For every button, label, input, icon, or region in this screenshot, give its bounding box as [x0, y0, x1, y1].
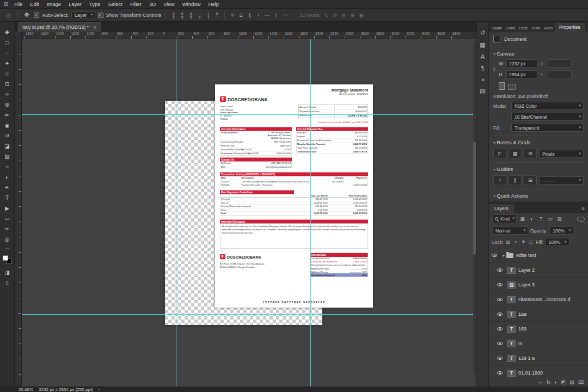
toolbar-bottom-icon[interactable]: ◨	[2, 267, 13, 278]
group-expand-chevron[interactable]: ▾	[503, 253, 505, 258]
eye-icon[interactable]	[497, 342, 503, 345]
y-field[interactable]	[548, 70, 572, 78]
layer-thumbnail[interactable]: T	[507, 370, 516, 377]
layer-thumbnail[interactable]: T	[507, 326, 516, 333]
menu-item[interactable]: Layer	[65, 1, 85, 7]
layer-thumbnail[interactable]: T	[507, 311, 516, 318]
threed-mode-icon[interactable]: ⊕	[350, 13, 356, 18]
eye-icon[interactable]	[497, 298, 503, 301]
lock-icon[interactable]: ✛	[520, 240, 526, 244]
lock-icon[interactable]: ⌖	[513, 240, 518, 245]
layer-thumbnail[interactable]: ▨	[507, 281, 516, 289]
layers-footer-icon[interactable]: ◐	[554, 379, 557, 385]
layer-row[interactable]: T 169	[489, 322, 588, 336]
units-dropdown[interactable]: Pixels	[539, 150, 584, 158]
home-icon[interactable]: ⌂	[4, 12, 13, 19]
layer-thumbnail[interactable]: T	[507, 267, 516, 274]
rail-panel-icon[interactable]: ◑	[481, 76, 485, 83]
tool-button[interactable]: ⊕	[2, 100, 13, 110]
foreground-background-swatches[interactable]	[3, 255, 11, 264]
edit-toolbar-icon[interactable]: ⋯	[5, 246, 10, 251]
link-dimensions-icon[interactable]: ∞	[492, 68, 497, 71]
distribute-icon[interactable]: ⋯	[264, 13, 270, 18]
eye-icon[interactable]	[497, 268, 503, 272]
rail-panel-icon[interactable]: ▤	[480, 88, 485, 95]
align-icon[interactable]: ╣	[188, 13, 194, 18]
layer-thumbnail[interactable]: T	[507, 296, 516, 303]
layer-filter-icon[interactable]: ▭	[547, 216, 554, 222]
menu-item[interactable]: Image	[44, 1, 64, 7]
tool-button[interactable]: ✥	[2, 27, 13, 38]
menu-item[interactable]: Select	[105, 1, 125, 7]
portrait-orientation-icon[interactable]	[499, 82, 505, 90]
tool-button[interactable]: ◐	[2, 172, 13, 182]
eye-icon[interactable]	[497, 313, 503, 316]
tool-button[interactable]: ◌	[2, 48, 13, 58]
panel-tab[interactable]: Patte	[517, 24, 529, 32]
menu-item[interactable]: Edit	[27, 1, 42, 7]
guide-style-dropdown[interactable]: ———	[539, 176, 584, 185]
layers-footer-icon[interactable]: ⇔	[538, 379, 543, 385]
align-icon[interactable]: ╪	[205, 13, 211, 18]
layer-row[interactable]: ▨ Layer 3	[489, 278, 588, 292]
tool-button[interactable]: ◪	[2, 141, 13, 151]
vertical-ruler[interactable]	[15, 39, 22, 387]
zoom-level[interactable]: 20.66%	[19, 387, 33, 392]
layer-thumbnail[interactable]: T	[507, 340, 516, 347]
ruler-grid-button[interactable]: ▦	[509, 149, 522, 158]
threed-mode-icon[interactable]: ⟳	[332, 13, 338, 18]
guide-horizontal[interactable]	[22, 114, 476, 115]
auto-select-target-dropdown[interactable]: Layer	[71, 11, 95, 19]
document-tab[interactable]: Italy id.psd @ 20.7% (RGB/16) * ×	[18, 22, 101, 32]
menu-item[interactable]: View	[160, 1, 177, 7]
layer-filter-dropdown[interactable]: Kind	[492, 215, 517, 223]
layer-filter-icon[interactable]: T	[537, 216, 544, 222]
layers-footer-icon[interactable]: ◩	[561, 379, 566, 385]
tool-button[interactable]: ▭	[2, 213, 13, 224]
layer-row[interactable]: T 1aa	[489, 307, 588, 322]
panel-menu-icon[interactable]: ≡	[581, 205, 588, 211]
guide-button[interactable]: ⌗	[493, 175, 506, 185]
panel-tab[interactable]: Actio	[543, 24, 555, 32]
tool-button[interactable]: ⊹	[2, 69, 13, 79]
opacity-dropdown[interactable]: 100%	[549, 226, 573, 235]
layer-fill-dropdown[interactable]: 100%	[546, 238, 569, 246]
tool-button[interactable]: ◉	[2, 120, 13, 131]
layer-filter-icon[interactable]: ◐	[528, 216, 535, 222]
filter-toggle[interactable]	[577, 217, 585, 222]
tool-button[interactable]: ○	[2, 162, 13, 172]
tool-button[interactable]: ✧	[2, 89, 13, 100]
align-icon[interactable]: ╠	[170, 13, 176, 18]
toolbar-bottom-icon[interactable]: ▯	[2, 278, 13, 288]
ruler-grid-button[interactable]: ⊞	[524, 149, 537, 158]
tool-button[interactable]: ↺	[2, 131, 13, 141]
rail-panel-icon[interactable]: ▦	[480, 41, 485, 48]
tool-button[interactable]: ⊡	[2, 79, 13, 89]
tool-button[interactable]: ✦	[2, 58, 13, 69]
landscape-orientation-icon[interactable]	[508, 84, 516, 90]
tool-button[interactable]: □	[2, 38, 13, 48]
menu-item[interactable]: Type	[86, 1, 104, 7]
panel-tab[interactable]: Swatc	[490, 24, 504, 32]
tab-layers[interactable]: Layers	[489, 204, 514, 213]
distribute-icon[interactable]: ∥	[247, 13, 253, 18]
canvas-section-header[interactable]: Canvas	[493, 47, 584, 57]
menu-item[interactable]: Filter	[127, 1, 145, 7]
lock-icon[interactable]: ▨	[505, 240, 511, 244]
rulers-grids-section-header[interactable]: Rulers & Grids	[493, 136, 584, 145]
layer-row[interactable]: T Layer 2	[489, 263, 588, 278]
align-icon[interactable]: ╩	[214, 13, 220, 18]
panel-tab[interactable]: Histo	[530, 24, 542, 32]
horizontal-ruler[interactable]: 1800160014001200100080060040020002004006…	[22, 32, 476, 39]
layers-footer-icon[interactable]: ▤	[569, 379, 574, 385]
rail-panel-icon[interactable]: A	[481, 53, 485, 60]
threed-mode-icon[interactable]: ◉	[358, 13, 364, 18]
blend-mode-dropdown[interactable]: Normal	[492, 226, 528, 235]
menu-item[interactable]: Window	[179, 1, 204, 7]
eye-icon[interactable]	[497, 357, 503, 360]
menu-item[interactable]: 3D	[146, 1, 159, 7]
eye-icon[interactable]	[497, 327, 503, 330]
tool-button[interactable]: ◎	[2, 234, 13, 244]
threed-mode-icon[interactable]: ⟲	[323, 13, 329, 18]
close-icon[interactable]: ×	[93, 24, 96, 30]
